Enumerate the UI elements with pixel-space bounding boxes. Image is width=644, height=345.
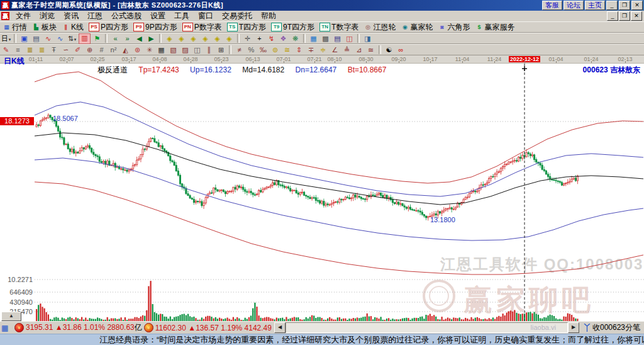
parallel-tool-icon[interactable]: ∥ — [204, 45, 214, 55]
n-square-tool-icon[interactable]: n² — [108, 45, 119, 55]
crosshair-icon[interactable]: + — [254, 34, 265, 43]
homepage-link[interactable]: 主页 — [585, 1, 605, 10]
horizontal-scrollbar[interactable]: ◀ liaoba.vi ▶ — [274, 323, 579, 333]
menu-item-公式选股[interactable]: 公式选股 — [107, 11, 146, 21]
pan-hand-icon[interactable]: ✛ — [242, 34, 253, 43]
calendar-icon[interactable]: ▦ — [308, 34, 319, 43]
menu-item-设置[interactable]: 设置 — [146, 11, 170, 21]
t-number-table-button[interactable]: TNT数字表 — [317, 22, 361, 32]
kline-chart-canvas[interactable] — [0, 64, 644, 321]
menu-item-文件[interactable]: 文件 — [11, 11, 35, 21]
window-layout-icon[interactable]: ▣ — [19, 34, 30, 43]
chart-mode-icon[interactable]: ▥ — [79, 33, 91, 44]
fan-tool-icon[interactable]: ▨ — [180, 45, 191, 55]
calculator-icon[interactable]: ▩ — [320, 34, 331, 43]
scroll-right-button[interactable]: ▶ — [568, 322, 579, 333]
gann-wheel-button[interactable]: ◎江恩轮 — [361, 22, 398, 32]
gann-diamond-left-icon[interactable]: ◈ — [164, 34, 175, 43]
kline-button[interactable]: ∥K线 — [59, 22, 86, 32]
delta-tool-icon[interactable]: ≜ — [341, 45, 352, 55]
price-scale-tool-icon[interactable]: ≠ — [234, 45, 245, 55]
p-square-button[interactable]: PSP四方形 — [86, 22, 131, 32]
square-grid-tool-icon[interactable]: ▦ — [156, 45, 167, 55]
save-icon[interactable]: ◫ — [344, 34, 355, 43]
menu-item-浏览[interactable]: 浏览 — [35, 11, 59, 21]
balance-tool-icon[interactable]: ∓ — [306, 45, 316, 55]
triangle-tool-icon[interactable]: ◭ — [120, 45, 131, 55]
winner-service-button[interactable]: $赢家服务 — [472, 22, 517, 32]
flag-marker-icon[interactable]: ⚑ — [92, 34, 103, 43]
panel-toggle-button[interactable]: ▲ — [1, 312, 21, 321]
scrollbar-track[interactable]: liaoba.vi — [286, 322, 568, 333]
infinity-icon[interactable]: ∞ — [396, 45, 406, 55]
gann-diamond-shrink-icon[interactable]: ◈ — [200, 34, 211, 43]
child-restore-button[interactable]: ❐ — [619, 11, 630, 21]
approx-tool-icon[interactable]: ≅ — [365, 45, 376, 55]
trend-mark-icon[interactable]: ↯ — [266, 34, 277, 43]
p-number-table-button[interactable]: PNP数字表 — [180, 22, 225, 32]
notes-icon[interactable]: ▤ — [332, 34, 343, 43]
menu-item-帮助[interactable]: 帮助 — [257, 11, 280, 21]
kline-chart-area[interactable]: 江恩工具软件 QQ:100800360 赢家聊吧 极反通道 Tp=17.4243… — [0, 64, 644, 321]
menu-item-窗口[interactable]: 窗口 — [194, 11, 218, 21]
hexagon-button[interactable]: ◙六角形 — [435, 22, 472, 32]
service-link[interactable]: 客服 — [542, 1, 562, 10]
minimize-button[interactable]: _ — [606, 1, 618, 10]
gann-diamond-expand-icon[interactable]: ◈ — [188, 34, 199, 43]
child-close-button[interactable]: ✕ — [631, 11, 642, 21]
marker-pen-tool-icon[interactable]: ✐ — [72, 45, 83, 55]
angle-tool-icon[interactable]: ∠ — [330, 45, 340, 55]
prev-bar-icon[interactable]: ◀ — [134, 34, 145, 43]
hash-grid-tool-icon[interactable]: # — [96, 45, 107, 55]
taiji-icon[interactable]: ☯ — [384, 45, 394, 55]
permille-tool-icon[interactable]: ‰ — [258, 45, 269, 55]
go-last-icon[interactable]: » — [122, 34, 133, 43]
gann-grid2-tool-icon[interactable]: ≣ — [36, 45, 47, 55]
child-minimize-button[interactable]: _ — [607, 11, 618, 21]
wave-large-icon[interactable]: ∿ — [55, 34, 65, 43]
pattern-icon[interactable]: ❖ — [278, 34, 289, 43]
spiral-tool-icon[interactable]: ∽ — [60, 45, 71, 55]
angles-tool-icon[interactable]: ▧ — [168, 45, 179, 55]
t9-square-button[interactable]: T99T四方形 — [269, 22, 317, 32]
gann-grid-tool-icon[interactable]: ≣ — [25, 45, 35, 55]
close-button[interactable]: ✕ — [631, 1, 643, 10]
analysis-icon[interactable]: ❋ — [290, 34, 301, 43]
golden-section-tool-icon[interactable]: ≊ — [282, 45, 292, 55]
next-bar-icon[interactable]: ▶ — [146, 34, 157, 43]
sun-tool-icon[interactable]: ⊛ — [132, 45, 143, 55]
scroll-left-button[interactable]: ◀ — [274, 322, 286, 333]
circle-cross-tool-icon[interactable]: ⊕ — [84, 45, 95, 55]
shanghai-index-icon[interactable]: ¥ — [14, 323, 24, 332]
winner-wheel-button[interactable]: ◉赢家轮 — [398, 22, 435, 32]
quotes-button[interactable]: ▦行情 — [0, 22, 30, 32]
candle-style-dropdown[interactable]: ⇅▾ — [67, 34, 77, 43]
box-split-tool-icon[interactable]: ◫ — [192, 45, 203, 55]
updown-pen-tool-icon[interactable]: ⇕ — [294, 45, 304, 55]
market-grid-icon[interactable]: ▦ — [1, 324, 11, 332]
menu-item-工具[interactable]: 工具 — [170, 11, 194, 21]
gann-diamond-right-icon[interactable]: ◈ — [176, 34, 187, 43]
time-ruler-tool-icon[interactable]: Ŧ — [48, 45, 59, 55]
restore-button[interactable]: ❐ — [619, 1, 630, 10]
menu-item-交易委托[interactable]: 交易委托 — [218, 11, 257, 21]
info-panel-icon[interactable]: ▤ — [31, 34, 42, 43]
percent-tool-icon[interactable]: % — [246, 45, 257, 55]
gann-diamond-up-icon[interactable]: ◈ — [212, 34, 223, 43]
star-tool-icon[interactable]: ✳ — [144, 45, 155, 55]
golden-ring-tool-icon[interactable]: ⊜ — [270, 45, 280, 55]
menu-item-江恩[interactable]: 江恩 — [83, 11, 107, 21]
gann-diamond-down-icon[interactable]: ◈ — [224, 34, 235, 43]
grid-box-tool-icon[interactable]: ⊞ — [216, 45, 226, 55]
forum-link[interactable]: 论坛 — [564, 1, 584, 10]
wave-small-icon[interactable]: ∿ — [43, 34, 53, 43]
wedge-tool-icon[interactable]: ⊿ — [353, 45, 364, 55]
go-first-icon[interactable]: « — [110, 34, 121, 43]
t-square-button[interactable]: TST四方形 — [225, 22, 269, 32]
print-icon[interactable]: ◨ — [362, 34, 373, 43]
p9-square-button[interactable]: P99P四方形 — [131, 22, 180, 32]
pen-tool-icon[interactable]: ✎ — [1, 45, 11, 55]
menu-item-资讯[interactable]: 资讯 — [59, 11, 83, 21]
sectors-button[interactable]: ▙板块 — [30, 22, 59, 32]
period-day-dropdown[interactable]: 日▾ — [1, 34, 11, 43]
